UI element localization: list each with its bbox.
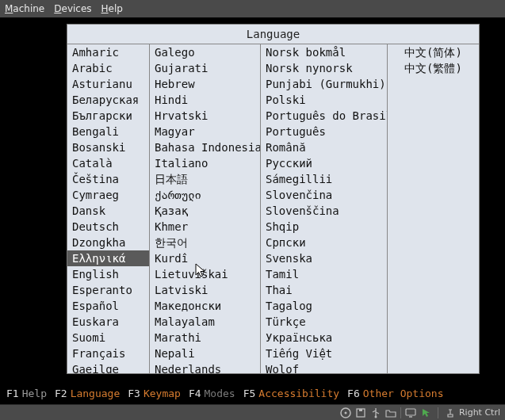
statusbar-separator bbox=[438, 407, 438, 418]
language-option[interactable]: Српски bbox=[261, 235, 387, 250]
language-option[interactable]: Svenska bbox=[261, 250, 387, 266]
language-option[interactable]: Español bbox=[67, 298, 149, 314]
language-option[interactable]: Hebrew bbox=[150, 76, 260, 92]
language-option[interactable]: Tagalog bbox=[261, 298, 387, 314]
language-option[interactable]: Қазақ bbox=[150, 203, 260, 219]
language-option[interactable]: 한국어 bbox=[150, 235, 260, 250]
fkey-f4-modes[interactable]: F4Modes bbox=[189, 388, 235, 399]
language-option[interactable]: ქართული bbox=[150, 187, 260, 203]
svg-point-4 bbox=[374, 415, 377, 418]
fkey-hint-bar: F1Help F2Language F3Keymap F4Modes F5Acc… bbox=[0, 388, 505, 399]
usb-icon[interactable] bbox=[370, 407, 381, 418]
language-option[interactable]: Shqip bbox=[261, 219, 387, 235]
host-key-indicator[interactable]: Right Ctrl bbox=[445, 407, 500, 418]
language-option[interactable]: Euskara bbox=[67, 314, 149, 330]
language-option[interactable]: Français bbox=[67, 346, 149, 361]
floppy-icon[interactable] bbox=[355, 407, 366, 418]
language-option[interactable]: Deutsch bbox=[67, 219, 149, 235]
language-option[interactable]: Amharic bbox=[67, 44, 149, 60]
host-key-label: Right Ctrl bbox=[459, 407, 500, 418]
keyboard-icon bbox=[445, 407, 456, 418]
language-option[interactable]: Esperanto bbox=[67, 282, 149, 298]
language-option[interactable]: Bahasa Indonesia bbox=[150, 139, 260, 155]
language-col-3: Norsk bokmålNorsk nynorskPunjabi (Gurmuk… bbox=[261, 44, 388, 373]
language-col-4: 中文(简体)中文(繁體) bbox=[388, 44, 479, 373]
svg-point-1 bbox=[344, 411, 346, 414]
language-option[interactable]: Polski bbox=[261, 92, 387, 108]
vm-menubar: Machine Devices Help bbox=[0, 0, 505, 17]
language-option[interactable]: Português do Brasil bbox=[261, 108, 387, 124]
svg-rect-5 bbox=[406, 409, 415, 415]
language-option[interactable]: Nepali bbox=[150, 346, 260, 361]
language-option[interactable]: Italiano bbox=[150, 155, 260, 171]
language-option[interactable]: 日本語 bbox=[150, 171, 260, 187]
language-option[interactable]: Dansk bbox=[67, 203, 149, 219]
language-option[interactable]: Norsk nynorsk bbox=[261, 60, 387, 76]
language-col-1: AmharicArabicAsturianuБеларускаяБългарск… bbox=[67, 44, 150, 373]
language-option[interactable]: Română bbox=[261, 139, 387, 155]
language-option[interactable]: Македонски bbox=[150, 298, 260, 314]
language-option[interactable]: English bbox=[67, 266, 149, 282]
language-option[interactable]: Português bbox=[261, 124, 387, 139]
fkey-f2-language[interactable]: F2Language bbox=[55, 388, 120, 399]
language-option[interactable]: Ελληνικά bbox=[67, 250, 149, 266]
language-option[interactable]: Thai bbox=[261, 282, 387, 298]
language-option[interactable]: Magyar bbox=[150, 124, 260, 139]
language-option[interactable]: Cymraeg bbox=[67, 187, 149, 203]
fkey-f3-keymap[interactable]: F3Keymap bbox=[128, 388, 181, 399]
language-option[interactable]: Українська bbox=[261, 330, 387, 346]
vm-statusbar: Right Ctrl bbox=[0, 404, 505, 420]
language-option[interactable]: Bengali bbox=[67, 124, 149, 139]
language-option[interactable]: Khmer bbox=[150, 219, 260, 235]
fkey-f6-other-options[interactable]: F6Other Options bbox=[347, 388, 443, 399]
language-selection-dialog: Language AmharicArabicAsturianuБеларуска… bbox=[67, 24, 480, 374]
language-option[interactable]: 中文(简体) bbox=[388, 44, 479, 60]
language-option[interactable]: Bosanski bbox=[67, 139, 149, 155]
language-option[interactable]: Punjabi (Gurmukhi) bbox=[261, 76, 387, 92]
language-option[interactable]: Čeština bbox=[67, 171, 149, 187]
language-option[interactable]: Wolof bbox=[261, 361, 387, 373]
svg-rect-3 bbox=[359, 409, 362, 411]
language-col-2: GalegoGujaratiHebrewHindiHrvatskiMagyarB… bbox=[150, 44, 261, 373]
menu-help[interactable]: Help bbox=[101, 3, 123, 14]
language-option[interactable]: Tamil bbox=[261, 266, 387, 282]
language-option[interactable]: Български bbox=[67, 108, 149, 124]
language-option[interactable]: Hrvatski bbox=[150, 108, 260, 124]
language-option[interactable]: Slovenščina bbox=[261, 203, 387, 219]
display-icon[interactable] bbox=[405, 407, 416, 418]
language-option[interactable]: Malayalam bbox=[150, 314, 260, 330]
fkey-f5-accessibility[interactable]: F5Accessibility bbox=[243, 388, 339, 399]
statusbar-device-icons bbox=[340, 407, 431, 418]
folder-icon[interactable] bbox=[385, 407, 396, 418]
language-option[interactable]: Marathi bbox=[150, 330, 260, 346]
language-option[interactable]: Galego bbox=[150, 44, 260, 60]
language-option[interactable]: Sámegillii bbox=[261, 171, 387, 187]
language-option[interactable]: Gujarati bbox=[150, 60, 260, 76]
disc-icon[interactable] bbox=[340, 407, 351, 418]
language-option[interactable]: Latviski bbox=[150, 282, 260, 298]
vm-display: uter Language AmharicArabicAsturianuБела… bbox=[0, 17, 505, 404]
language-option[interactable]: Slovenčina bbox=[261, 187, 387, 203]
menu-machine[interactable]: Machine bbox=[5, 3, 44, 14]
language-option[interactable]: Dzongkha bbox=[67, 235, 149, 250]
statusbar-separator bbox=[400, 407, 401, 418]
language-option[interactable]: Kurdî bbox=[150, 250, 260, 266]
language-option[interactable]: Asturianu bbox=[67, 76, 149, 92]
mouse-capture-icon[interactable] bbox=[420, 407, 431, 418]
language-option[interactable]: Русский bbox=[261, 155, 387, 171]
menu-devices[interactable]: Devices bbox=[54, 3, 91, 14]
language-option[interactable]: Nederlands bbox=[150, 361, 260, 373]
fkey-f1-help[interactable]: F1Help bbox=[6, 388, 47, 399]
language-option[interactable]: Suomi bbox=[67, 330, 149, 346]
language-columns: AmharicArabicAsturianuБеларускаяБългарск… bbox=[67, 44, 479, 373]
language-option[interactable]: Gaeilge bbox=[67, 361, 149, 373]
language-option[interactable]: Беларуская bbox=[67, 92, 149, 108]
language-option[interactable]: Català bbox=[67, 155, 149, 171]
language-option[interactable]: Türkçe bbox=[261, 314, 387, 330]
language-option[interactable]: 中文(繁體) bbox=[388, 60, 479, 76]
language-option[interactable]: Norsk bokmål bbox=[261, 44, 387, 60]
language-option[interactable]: Hindi bbox=[150, 92, 260, 108]
language-option[interactable]: Arabic bbox=[67, 60, 149, 76]
language-option[interactable]: Lietuviškai bbox=[150, 266, 260, 282]
language-option[interactable]: Tiếng Việt bbox=[261, 346, 387, 361]
